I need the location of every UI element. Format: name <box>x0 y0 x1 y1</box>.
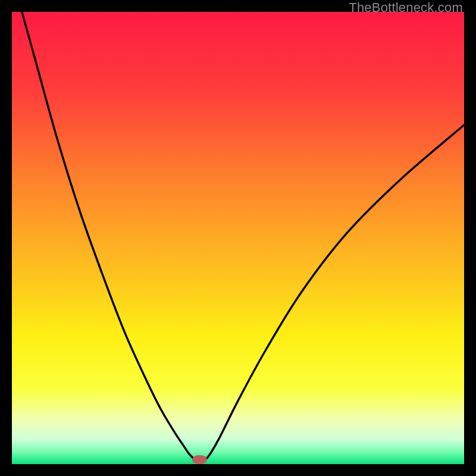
watermark-text: TheBottleneck.com <box>349 0 463 15</box>
plot-area <box>12 12 464 464</box>
chart-frame: TheBottleneck.com <box>0 0 476 476</box>
bottleneck-curve <box>12 12 464 464</box>
optimal-point-marker <box>192 455 206 464</box>
